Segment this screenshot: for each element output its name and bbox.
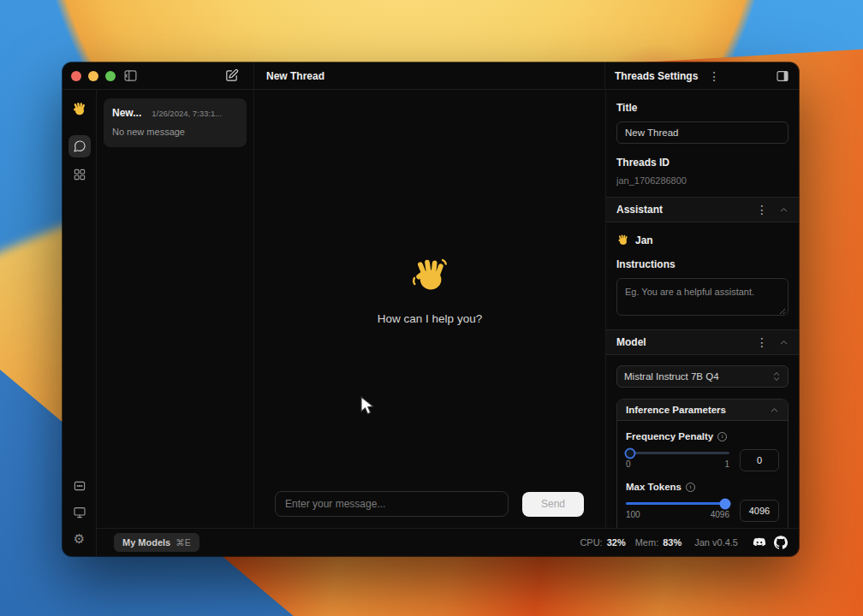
model-select[interactable]: Mistral Instruct 7B Q4 xyxy=(616,365,789,388)
max-tokens-max: 4096 xyxy=(711,510,729,519)
jan-logo-wave-icon xyxy=(71,101,87,121)
thread-item-timestamp: 1/26/2024, 7:33:1... xyxy=(152,109,222,118)
thread-title: New Thread xyxy=(266,70,324,82)
instructions-label: Instructions xyxy=(616,258,789,270)
jan-app-window: New Thread Threads Settings ⋮ xyxy=(62,62,799,556)
titlebar-left-section xyxy=(62,62,254,89)
max-tokens-label: Max Tokens xyxy=(626,482,681,492)
max-tokens-min: 100 xyxy=(626,510,640,519)
thread-list-item[interactable]: New... 1/26/2024, 7:33:1... No new messa… xyxy=(104,98,247,147)
assistant-collapse-chevron-icon[interactable] xyxy=(779,205,789,215)
threads-settings-panel: Title Threads ID jan_1706286800 Assistan… xyxy=(605,90,799,528)
assistant-row: Jan xyxy=(616,234,789,246)
assistant-name: Jan xyxy=(635,234,653,246)
max-tokens-value[interactable]: 4096 xyxy=(740,500,779,522)
my-models-label: My Models xyxy=(122,537,170,548)
sidebar-item-chat[interactable] xyxy=(68,135,91,157)
title-label: Title xyxy=(616,102,789,114)
model-menu-icon[interactable]: ⋮ xyxy=(753,336,771,348)
assistant-header-label: Assistant xyxy=(616,204,753,216)
rail-bottom-icons: ⚙ xyxy=(73,479,86,545)
model-section-header[interactable]: Model ⋮ xyxy=(606,329,799,355)
threads-settings-title: Threads Settings xyxy=(615,70,698,82)
left-icon-rail: ⚙ xyxy=(62,90,97,556)
traffic-lights xyxy=(71,71,116,81)
close-window-button[interactable] xyxy=(71,71,81,81)
assistant-avatar-wave-icon xyxy=(616,234,629,246)
thread-item-preview: No new message xyxy=(112,127,238,137)
new-thread-icon[interactable] xyxy=(224,68,239,83)
message-input-row: Send xyxy=(254,490,605,528)
thread-item-title: New... xyxy=(112,107,141,119)
inference-parameters-header[interactable]: Inference Parameters xyxy=(617,400,788,421)
model-header-label: Model xyxy=(616,336,753,348)
frequency-penalty-slider[interactable] xyxy=(626,452,729,454)
thread-list-panel: New... 1/26/2024, 7:33:1... No new messa… xyxy=(97,90,254,528)
max-tokens-slider[interactable] xyxy=(626,502,729,505)
titlebar-right-section: Threads Settings ⋮ xyxy=(605,62,799,89)
local-api-server-icon[interactable] xyxy=(73,479,86,496)
zoom-window-button[interactable] xyxy=(105,71,116,81)
max-tokens-slider-thumb[interactable] xyxy=(720,498,731,509)
frequency-penalty-label: Frequency Penalty xyxy=(626,431,713,441)
chat-area: How can I help you? Send xyxy=(254,90,605,528)
inference-parameters-label: Inference Parameters xyxy=(626,405,770,415)
info-icon xyxy=(686,483,695,492)
minimize-window-button[interactable] xyxy=(88,71,98,81)
status-bar: My Models ⌘E CPU: 32% Mem: 83% Jan v0.4.… xyxy=(97,528,799,556)
instructions-textarea[interactable] xyxy=(616,278,789,316)
mem-value: 83% xyxy=(663,537,681,548)
frequency-penalty-min: 0 xyxy=(626,459,631,469)
my-models-shortcut: ⌘E xyxy=(176,537,191,548)
github-icon[interactable] xyxy=(774,536,788,549)
select-chevrons-icon xyxy=(772,370,781,382)
mouse-cursor xyxy=(358,395,377,419)
frequency-penalty-max: 1 xyxy=(724,459,729,469)
my-models-button[interactable]: My Models ⌘E xyxy=(114,533,199,552)
model-collapse-chevron-icon[interactable] xyxy=(779,338,789,347)
cpu-label: CPU: xyxy=(580,537,602,548)
app-version: Jan v0.4.5 xyxy=(694,537,738,548)
wave-hand-icon xyxy=(410,256,449,299)
discord-icon[interactable] xyxy=(753,536,766,549)
inference-collapse-chevron-icon[interactable] xyxy=(770,406,779,415)
settings-gear-icon[interactable]: ⚙ xyxy=(74,532,85,545)
title-bar: New Thread Threads Settings ⋮ xyxy=(62,62,799,90)
info-icon xyxy=(717,432,727,441)
threads-id-label: Threads ID xyxy=(616,157,789,169)
cpu-value: 32% xyxy=(607,537,626,548)
frequency-penalty-param: Frequency Penalty xyxy=(626,431,779,471)
frequency-penalty-slider-thumb[interactable] xyxy=(624,447,635,459)
mem-label: Mem: xyxy=(635,537,659,548)
collapse-left-panel-icon[interactable] xyxy=(123,68,138,83)
system-monitor-icon[interactable] xyxy=(73,506,86,523)
assistant-section-header[interactable]: Assistant ⋮ xyxy=(606,197,799,222)
threads-settings-menu-icon[interactable]: ⋮ xyxy=(705,70,723,82)
send-button[interactable]: Send xyxy=(522,492,584,517)
assistant-menu-icon[interactable]: ⋮ xyxy=(753,204,771,216)
thread-title-input[interactable] xyxy=(616,121,789,144)
titlebar-center-section: New Thread xyxy=(254,62,605,89)
frequency-penalty-value[interactable]: 0 xyxy=(740,449,779,471)
message-input[interactable] xyxy=(275,491,509,517)
model-select-value: Mistral Instruct 7B Q4 xyxy=(624,371,772,382)
inference-parameters-card: Inference Parameters Frequency Penalty xyxy=(616,399,789,528)
chat-empty-state: How can I help you? xyxy=(254,90,605,490)
greeting-text: How can I help you? xyxy=(378,312,482,325)
sidebar-item-hub[interactable] xyxy=(73,168,86,181)
threads-id-value: jan_1706286800 xyxy=(616,175,789,186)
collapse-right-panel-icon[interactable] xyxy=(776,69,789,83)
max-tokens-param: Max Tokens xyxy=(626,482,779,522)
